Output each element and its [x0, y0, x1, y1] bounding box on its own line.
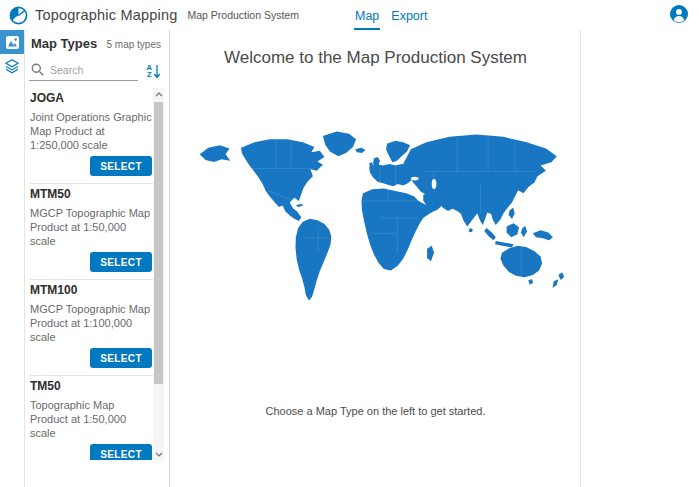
header-tab[interactable]: Map	[354, 7, 380, 30]
search-input[interactable]	[50, 64, 120, 76]
main-panel: Welcome to the Map Production System	[171, 30, 581, 487]
select-button[interactable]: SELECT	[90, 156, 152, 176]
hint-text: Choose a Map Type on the left to get sta…	[171, 405, 580, 417]
app-header: Topographic Mapping Map Production Syste…	[0, 0, 699, 30]
header-tab[interactable]: Export	[390, 7, 428, 30]
app-title: Topographic Mapping	[35, 7, 177, 23]
map-type-name: MTM100	[30, 284, 154, 297]
sidebar-header: Map Types 5 map types	[31, 36, 161, 51]
world-map	[187, 120, 573, 312]
map-type-name: MTM50	[30, 188, 154, 201]
globe-logo-icon	[9, 6, 28, 25]
header-tabs: Map Export	[354, 0, 428, 30]
map-type-name: JOGA	[30, 92, 154, 105]
widget-toolbar	[0, 30, 25, 487]
map-type-description: Topographic Map Product at 1:50,000 scal…	[30, 398, 154, 440]
map-types-panel: Map Types 5 map types AZ JOGA Joint Oper…	[25, 30, 170, 487]
map-type-description: Joint Operations Graphic Map Product at …	[30, 110, 154, 152]
map-type-count: 5 map types	[107, 39, 161, 50]
map-type-card: MTM100 MGCP Topographic Map Product at 1…	[30, 280, 154, 376]
search-box	[29, 61, 138, 81]
scrollbar-thumb[interactable]	[154, 102, 163, 384]
scroll-down-button[interactable]	[153, 448, 164, 460]
map-types-list: JOGA Joint Operations Graphic Map Produc…	[30, 88, 154, 460]
account-icon[interactable]	[670, 5, 688, 23]
search-row: AZ	[29, 61, 161, 81]
search-icon	[31, 63, 44, 76]
layers-icon[interactable]	[0, 54, 24, 78]
scrollbar[interactable]	[153, 88, 164, 460]
select-button[interactable]: SELECT	[90, 252, 152, 272]
map-types-icon[interactable]	[0, 30, 24, 54]
welcome-heading: Welcome to the Map Production System	[171, 48, 580, 68]
map-type-description: MGCP Topographic Map Product at 1:50,000…	[30, 206, 154, 248]
sort-az-icon[interactable]: AZ	[147, 64, 161, 79]
select-button[interactable]: SELECT	[90, 444, 152, 460]
map-type-card: MTM50 MGCP Topographic Map Product at 1:…	[30, 184, 154, 280]
map-type-card: JOGA Joint Operations Graphic Map Produc…	[30, 88, 154, 184]
app-subtitle: Map Production System	[187, 9, 298, 21]
scroll-up-button[interactable]	[153, 88, 164, 100]
map-type-name: TM50	[30, 380, 154, 393]
map-type-card: TM50 Topographic Map Product at 1:50,000…	[30, 376, 154, 460]
map-type-description: MGCP Topographic Map Product at 1:100,00…	[30, 302, 154, 344]
select-button[interactable]: SELECT	[90, 348, 152, 368]
panel-title: Map Types	[31, 36, 97, 51]
